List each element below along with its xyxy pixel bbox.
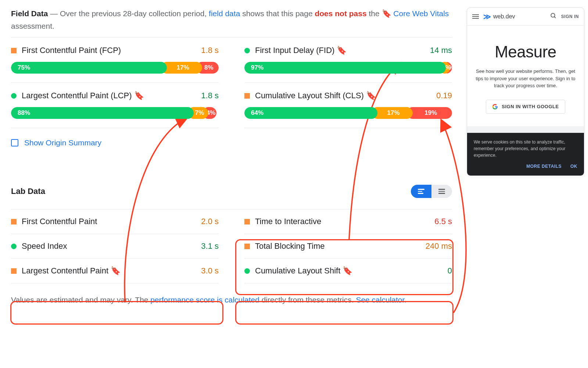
signin-link[interactable]: SIGN IN — [561, 14, 579, 19]
lab-metric-value: 2.0 s — [201, 217, 219, 226]
list-left-icon — [418, 189, 424, 194]
metric-value: 0.19 — [436, 91, 452, 100]
svg-line-1 — [554, 17, 556, 18]
field-metric: Cumulative Layout Shift (CLS) 🔖 0.19 64%… — [244, 83, 452, 128]
see-calc-link[interactable]: See calculator. — [356, 296, 406, 304]
lab-metric-name: Time to Interactive — [255, 217, 429, 226]
fail-text: does not pass — [315, 9, 366, 18]
distribution-bar: 75% 17% 8% — [11, 62, 219, 74]
logo-mark-icon: ≫ — [483, 12, 491, 21]
field-metrics-grid: First Contentful Paint (FCP) 1.8 s 75% 1… — [11, 37, 452, 128]
status-indicator-icon — [11, 244, 17, 249]
metric-value: 14 ms — [430, 46, 452, 55]
metric-value: 1.8 s — [201, 91, 219, 100]
field-metric: Largest Contentful Paint (LCP) 🔖 1.8 s 8… — [11, 83, 219, 128]
cookie-banner: We serve cookies on this site to analyze… — [467, 133, 584, 176]
lab-metric-value: 6.5 s — [434, 217, 452, 226]
view-toggle-detailed[interactable] — [411, 185, 431, 198]
status-indicator-icon — [11, 219, 17, 224]
distribution-bar: 97% 2% 1% — [244, 62, 452, 74]
status-indicator-icon — [244, 48, 250, 53]
view-toggle[interactable] — [411, 185, 452, 198]
status-indicator-icon — [244, 93, 250, 99]
field-data-header: Field Data — Over the previous 28-day co… — [11, 7, 452, 32]
lab-metric-row: Total Blocking Time 240 ms — [244, 234, 452, 259]
status-indicator-icon — [244, 219, 250, 224]
search-icon[interactable] — [550, 13, 557, 21]
bookmark-icon: 🔖 — [111, 266, 121, 276]
svg-point-0 — [551, 13, 555, 17]
lab-metric-value: 3.1 s — [201, 241, 219, 251]
bookmark-icon: 🔖 — [134, 91, 144, 100]
lab-metric-name: First Contentful Paint — [22, 217, 196, 226]
list-even-icon — [438, 189, 445, 194]
measure-title: Measure — [474, 43, 577, 61]
lab-metric-name: Cumulative Layout Shift 🔖 — [255, 266, 442, 276]
cwv-link[interactable]: Core Web Vitals — [393, 9, 449, 18]
lab-metric-value: 3.0 s — [201, 266, 219, 276]
distribution-bar: 88% 7% 4% — [11, 107, 219, 119]
status-indicator-icon — [11, 48, 17, 53]
google-icon — [492, 104, 498, 110]
status-indicator-icon — [11, 93, 17, 99]
lab-metrics-grid: First Contentful Paint 2.0 s Time to Int… — [11, 209, 452, 283]
metric-name: First Input Delay (FID) 🔖 — [255, 46, 425, 55]
field-metric: First Input Delay (FID) 🔖 14 ms 97% 2% 1… — [244, 38, 452, 83]
metric-value: 1.8 s — [201, 46, 219, 55]
lab-metric-row: Time to Interactive 6.5 s — [244, 209, 452, 234]
lab-metric-value: 0 — [448, 266, 452, 276]
bookmark-icon: 🔖 — [337, 46, 347, 55]
lab-metric-name: Total Blocking Time — [255, 241, 420, 251]
lab-metric-row: Cumulative Layout Shift 🔖 0 — [244, 259, 452, 283]
cookie-more-button[interactable]: MORE DETAILS — [526, 163, 562, 170]
status-indicator-icon — [244, 244, 250, 249]
show-origin-checkbox[interactable] — [11, 139, 18, 146]
view-toggle-compact[interactable] — [431, 185, 452, 198]
lab-metric-value: 240 ms — [426, 241, 452, 251]
status-indicator-icon — [244, 268, 250, 274]
bookmark-icon: 🔖 — [366, 91, 376, 100]
metric-name: Largest Contentful Paint (LCP) 🔖 — [22, 91, 196, 100]
field-metric: First Contentful Paint (FCP) 1.8 s 75% 1… — [11, 38, 219, 83]
report-panel: Field Data — Over the previous 28-day co… — [11, 7, 452, 306]
field-data-link[interactable]: field data — [209, 9, 240, 18]
status-indicator-icon — [11, 268, 17, 274]
brand-logo[interactable]: ≫web.dev — [483, 12, 546, 21]
google-signin-button[interactable]: SIGN IN WITH GOOGLE — [486, 100, 565, 114]
lab-metric-row: Largest Contentful Paint 🔖 3.0 s — [11, 259, 219, 283]
mobile-preview: ≫web.dev SIGN IN Measure See how well yo… — [467, 7, 584, 176]
metric-name: Cumulative Layout Shift (CLS) 🔖 — [255, 91, 431, 100]
cookie-text: We serve cookies on this site to analyze… — [474, 139, 577, 159]
lab-metric-name: Largest Contentful Paint 🔖 — [22, 266, 196, 276]
show-origin-label: Show Origin Summary — [24, 138, 101, 147]
menu-icon[interactable] — [472, 14, 479, 19]
lab-metric-row: First Contentful Paint 2.0 s — [11, 209, 219, 234]
bookmark-icon: 🔖 — [343, 266, 352, 276]
distribution-bar: 64% 17% 19% — [244, 107, 452, 119]
measure-description: See how well your website performs. Then… — [474, 68, 577, 89]
field-data-label: Field Data — [11, 9, 48, 18]
lab-metric-row: Speed Index 3.1 s — [11, 234, 219, 259]
cookie-ok-button[interactable]: OK — [570, 163, 577, 170]
footer-note: Values are estimated and may vary. The p… — [11, 294, 452, 306]
lab-data-title: Lab Data — [11, 187, 45, 196]
show-origin-row[interactable]: Show Origin Summary — [11, 132, 452, 152]
calc-link[interactable]: performance score is calculated — [150, 296, 259, 304]
metric-name: First Contentful Paint (FCP) — [22, 46, 196, 55]
bookmark-icon: 🔖 — [382, 7, 391, 20]
lab-metric-name: Speed Index — [22, 241, 196, 251]
